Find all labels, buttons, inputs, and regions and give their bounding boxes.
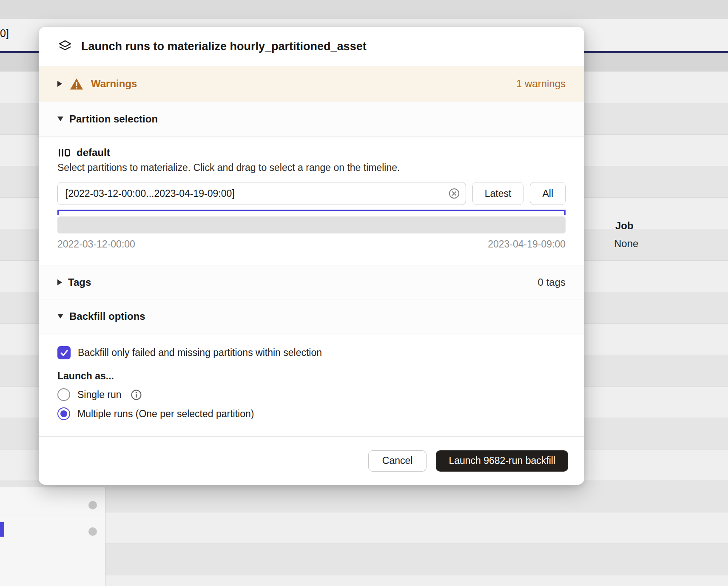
launch-as-label: Launch as...: [57, 370, 566, 382]
background-job-column-header: Job: [615, 220, 634, 232]
warnings-section-header[interactable]: Warnings 1 warnings: [39, 66, 584, 102]
partition-dimension-name: default: [77, 147, 110, 159]
partition-selection-header[interactable]: Partition selection: [39, 102, 584, 137]
latest-button[interactable]: Latest: [472, 182, 524, 205]
background-partial-text: 0]: [0, 27, 9, 40]
partition-selection-body: default Select partitions to materialize…: [39, 137, 584, 265]
timeline-start-label: 2022-03-12-00:00: [57, 239, 135, 250]
background-selection-indicator: [0, 522, 4, 537]
backfill-options-body: Backfill only failed and missing partiti…: [39, 333, 584, 436]
chevron-down-icon: [57, 117, 63, 121]
launch-backfill-button[interactable]: Launch 9682-run backfill: [436, 450, 568, 472]
dialog-title: Launch runs to materialize hourly_partit…: [81, 40, 367, 53]
backfill-options-header[interactable]: Backfill options: [39, 299, 584, 333]
info-icon[interactable]: [131, 389, 142, 401]
dialog-header: Launch runs to materialize hourly_partit…: [39, 27, 584, 66]
launch-backfill-dialog: Launch runs to materialize hourly_partit…: [39, 27, 584, 485]
tags-section-header[interactable]: Tags 0 tags: [39, 265, 584, 299]
multiple-runs-label: Multiple runs (One per selected partitio…: [77, 408, 254, 420]
backfill-only-failed-checkbox[interactable]: [57, 346, 71, 359]
single-run-label: Single run: [77, 389, 122, 401]
materialize-layers-icon: [57, 39, 73, 54]
timeline-end-label: 2023-04-19-09:00: [488, 239, 566, 250]
partition-range-input[interactable]: [57, 182, 466, 205]
partition-timeline[interactable]: [57, 216, 566, 233]
chevron-right-icon: [57, 279, 62, 285]
status-dot: [88, 501, 97, 509]
all-button[interactable]: All: [530, 182, 566, 205]
tags-count: 0 tags: [538, 276, 566, 288]
cancel-button[interactable]: Cancel: [368, 450, 427, 472]
chevron-down-icon: [57, 314, 63, 319]
warning-triangle-icon: [70, 78, 83, 90]
warnings-count: 1 warnings: [516, 78, 566, 90]
multiple-runs-radio[interactable]: [57, 407, 70, 420]
timeline-selection-bracket: [57, 210, 566, 215]
partition-set-icon: [57, 147, 71, 159]
background-panel-divider: [0, 519, 105, 519]
clear-selection-icon[interactable]: [448, 188, 460, 199]
partition-selection-description: Select partitions to materialize. Click …: [57, 162, 566, 174]
tags-title: Tags: [68, 276, 91, 288]
background-bottom-left-panel: [0, 487, 105, 586]
status-dot: [88, 527, 97, 536]
backfill-checkbox-label: Backfill only failed and missing partiti…: [78, 347, 322, 358]
partition-selection-title: Partition selection: [69, 113, 158, 125]
background-top-band: [0, 0, 728, 19]
backfill-options-title: Backfill options: [69, 310, 145, 322]
chevron-right-icon: [57, 81, 62, 87]
dialog-footer: Cancel Launch 9682-run backfill: [39, 436, 584, 485]
background-job-value: None: [614, 238, 638, 250]
single-run-radio[interactable]: [57, 388, 70, 401]
warnings-label: Warnings: [91, 78, 137, 90]
check-icon: [60, 348, 69, 358]
